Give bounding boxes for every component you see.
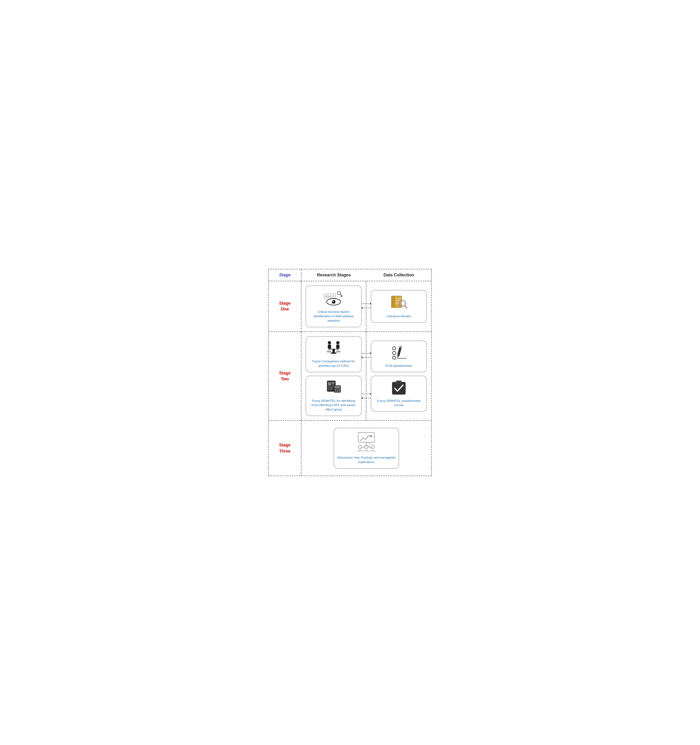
svg-point-45	[337, 389, 338, 390]
svg-rect-40	[328, 388, 333, 389]
svg-point-30	[333, 349, 334, 350]
svg-rect-67	[397, 381, 401, 383]
svg-point-74	[365, 445, 368, 449]
stage-two-research-text1: Factor Comparison method for priorities …	[310, 359, 358, 368]
main-diagram: Stage Research Stages Data Collection St…	[268, 269, 432, 476]
stage-two-data-text2: Fuzzy DEMATEL questionnaire survey	[374, 399, 423, 408]
svg-point-47	[335, 390, 336, 392]
svg-marker-53	[361, 356, 363, 359]
stage-one-research-icon: A1b2r3	[323, 290, 344, 308]
stage-two-data-card1: FCM questionnaire	[371, 341, 427, 372]
svg-point-2	[337, 291, 341, 295]
svg-point-23	[328, 341, 331, 344]
svg-text:A1b2r3: A1b2r3	[326, 295, 334, 298]
svg-line-5	[341, 296, 342, 297]
svg-point-60	[392, 356, 396, 359]
stage-one-row: Stage One A1b2r3	[269, 281, 431, 332]
stage-one-data-card: Literature Review	[371, 290, 427, 323]
stage-one-research-text: Critical success factors identification …	[310, 310, 358, 323]
svg-point-44	[335, 389, 336, 390]
header-stage-label: Stage	[279, 272, 290, 278]
svg-rect-36	[328, 382, 331, 386]
stage-two-research-icon2	[324, 380, 343, 397]
stage-three-label-cell: Stage Three	[269, 421, 301, 476]
svg-point-8	[332, 301, 334, 302]
stage-two-research-card1: Factor Comparison method for priorities …	[306, 336, 362, 372]
header-row: Stage Research Stages Data Collection	[269, 269, 431, 281]
stage-two-arrow2	[361, 390, 371, 403]
header-stage-cell: Stage	[269, 269, 301, 281]
stage-two-research-icon1	[324, 340, 343, 358]
stage-two-data-text1: FCM questionnaire	[386, 364, 412, 368]
stage-three-card-text: Discussion: Key Findings and managerial …	[337, 456, 395, 464]
svg-point-59	[392, 352, 396, 355]
svg-rect-39	[328, 386, 335, 387]
stage-three-row: Stage Three	[269, 421, 431, 476]
stage-two-data-icon2	[389, 380, 408, 397]
header-data-label: Data Collection	[366, 269, 431, 281]
svg-marker-55	[370, 393, 371, 395]
stage-one-data-col: Literature Review	[366, 281, 431, 332]
header-research-label: Research Stages	[301, 269, 366, 281]
stage-two-research-text2: Fuzzy DEMATEL for identifying most affec…	[310, 399, 358, 412]
stage-two-label: Stage Two	[279, 370, 290, 382]
svg-marker-57	[361, 397, 363, 399]
svg-point-46	[339, 389, 340, 390]
svg-rect-38	[331, 384, 335, 386]
svg-point-48	[337, 390, 338, 392]
svg-rect-28	[331, 353, 337, 354]
stage-three-label: Stage Three	[279, 442, 290, 454]
svg-marker-62	[396, 355, 399, 358]
svg-point-25	[336, 341, 340, 344]
stage-two-data-card2: Fuzzy DEMATEL questionnaire survey	[371, 375, 427, 412]
stage-three-card: Discussion: Key Findings and managerial …	[334, 428, 399, 469]
svg-line-4	[341, 296, 341, 297]
svg-point-7	[332, 300, 335, 304]
stage-one-research-col: A1b2r3 Critical success factors identifi…	[301, 281, 366, 332]
svg-rect-14	[392, 296, 395, 307]
svg-point-75	[371, 445, 374, 449]
svg-rect-26	[336, 345, 340, 349]
stage-two-research-col: Factor Comparison method for priorities …	[301, 332, 366, 420]
stage-two-label-cell: Stage Two	[269, 332, 301, 420]
stage-one-data-icon	[389, 294, 408, 312]
svg-rect-41	[328, 389, 332, 390]
stage-one-label-cell: Stage One	[269, 281, 301, 332]
svg-marker-12	[361, 307, 363, 309]
svg-rect-43	[335, 386, 340, 388]
svg-point-49	[339, 390, 340, 392]
stage-two-data-icon1	[389, 345, 408, 362]
svg-line-22	[405, 306, 407, 308]
svg-marker-10	[370, 302, 371, 305]
svg-rect-24	[328, 345, 331, 349]
stage-two-data-col: FCM questionnaire Fuzzy DEMATEL question	[366, 332, 431, 420]
stage-one-label: Stage One	[279, 301, 290, 312]
svg-point-21	[401, 301, 405, 305]
stage-one-research-card: A1b2r3 Critical success factors identifi…	[306, 286, 362, 327]
svg-marker-51	[370, 352, 371, 355]
stage-one-data-text: Literature Review	[386, 314, 411, 319]
stage-two-research-card2: Fuzzy DEMATEL for identifying most affec…	[306, 375, 362, 416]
svg-line-76	[369, 443, 371, 445]
svg-point-58	[392, 347, 396, 350]
stage-three-content: Discussion: Key Findings and managerial …	[301, 421, 431, 476]
svg-point-73	[358, 445, 362, 449]
svg-rect-37	[331, 382, 335, 384]
stage-two-row: Stage Two	[269, 332, 431, 421]
stage-two-arrow1	[361, 350, 371, 362]
stage-three-icon	[353, 432, 379, 454]
stage-one-arrow	[361, 300, 371, 313]
